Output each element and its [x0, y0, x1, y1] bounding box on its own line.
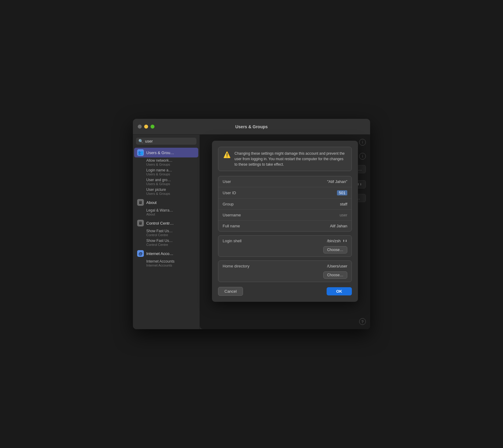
search-icon: 🔍	[138, 139, 143, 143]
about-icon: 🖥	[137, 199, 144, 206]
main-content: i i Add Account… Off ⬆⬇ Edit… ? ⚠️ Chang…	[200, 135, 370, 329]
minimize-button[interactable]	[144, 125, 148, 129]
window-title: Users & Groups	[235, 124, 268, 129]
sidebar-item-label-users: Users & Grou…	[146, 150, 174, 155]
sidebar-item-label-about: About	[146, 200, 157, 205]
sidebar-item-internet-accounts[interactable]: @ Internet Acco…	[134, 249, 198, 258]
home-dir-row: Home directory /Users/user	[223, 264, 347, 268]
window-body: 🔍 👥 Users & Grou… Allow network… Users &…	[133, 135, 370, 329]
shell-choose-row: Choose…	[223, 246, 347, 253]
field-value-group: staff	[340, 202, 347, 206]
modal-dialog: ⚠️ Changing these settings might damage …	[212, 141, 358, 302]
warning-icon: ⚠️	[223, 151, 231, 158]
login-shell-value: /bin/zsh	[327, 239, 341, 243]
sidebar-item-control-centre[interactable]: 🖥 Control Centr…	[134, 218, 198, 228]
search-bar[interactable]: 🔍	[136, 138, 196, 145]
login-shell-choose-button[interactable]: Choose…	[323, 246, 347, 253]
field-row-user: User "Alif Jahan"	[218, 176, 352, 187]
sidebar-subitem-allow-network[interactable]: Allow network… Users & Groups	[134, 157, 198, 167]
sidebar-section-control: 🖥 Control Centr… Show Fast Us… Control C…	[133, 218, 199, 247]
sidebar-subitem-user-picture[interactable]: User picture Users & Groups	[134, 187, 198, 196]
sidebar-subitem-login-name[interactable]: Login name a… Users & Groups	[134, 167, 198, 177]
modal-footer: Cancel OK	[218, 287, 352, 296]
sidebar: 🔍 👥 Users & Grou… Allow network… Users &…	[133, 135, 200, 329]
cancel-button[interactable]: Cancel	[218, 287, 243, 296]
warning-text: Changing these settings might damage thi…	[234, 151, 347, 167]
home-dir-choose-button[interactable]: Choose…	[323, 271, 347, 279]
field-row-group: Group staff	[218, 199, 352, 210]
sidebar-item-label-internet: Internet Acco…	[146, 251, 173, 256]
field-value-user-id[interactable]: 501	[337, 190, 347, 195]
search-input[interactable]	[145, 139, 194, 143]
field-row-username: Username user	[218, 210, 352, 221]
field-group-login-shell: Login shell /bin/zsh ⬆⬇ Choose…	[218, 235, 352, 257]
home-choose-row: Choose…	[223, 271, 347, 279]
sidebar-subitem-legal[interactable]: Legal & Warra… About	[134, 207, 198, 217]
field-group-main: User "Alif Jahan" User ID 501 Group staf…	[218, 176, 352, 232]
internet-accounts-icon: @	[137, 250, 144, 257]
traffic-lights	[138, 125, 154, 129]
field-label-group: Group	[223, 202, 340, 206]
sidebar-item-users-groups[interactable]: 👥 Users & Grou…	[134, 148, 198, 157]
field-value-username: user	[340, 213, 347, 217]
field-row-user-id: User ID 501	[218, 187, 352, 199]
close-button[interactable]	[138, 125, 142, 129]
field-label-home-dir: Home directory	[223, 264, 327, 268]
field-row-full-name: Full name Alif Jahan	[218, 221, 352, 231]
sidebar-subitem-show-fast-2[interactable]: Show Fast Us… Control Centre	[134, 238, 198, 247]
field-value-full-name: Alif Jahan	[330, 224, 347, 228]
sidebar-item-about[interactable]: 🖥 About	[134, 198, 198, 207]
login-shell-arrow-icon: ⬆⬇	[342, 239, 347, 243]
field-value-user: "Alif Jahan"	[327, 179, 347, 184]
sidebar-subitem-internet-accounts[interactable]: Internet Accounts Internet Accounts	[134, 258, 198, 268]
titlebar: Users & Groups	[133, 119, 370, 135]
field-label-user: User	[223, 179, 327, 184]
field-label-full-name: Full name	[223, 224, 330, 228]
maximize-button[interactable]	[151, 125, 154, 129]
sidebar-section-internet: @ Internet Acco… Internet Accounts Inter…	[133, 249, 199, 268]
field-label-user-id: User ID	[223, 191, 337, 195]
modal-overlay: ⚠️ Changing these settings might damage …	[200, 135, 370, 329]
login-shell-select[interactable]: /bin/zsh ⬆⬇	[327, 239, 347, 243]
sidebar-item-label-control: Control Centr…	[146, 221, 174, 226]
field-group-home-dir: Home directory /Users/user Choose…	[218, 260, 352, 282]
ok-button[interactable]: OK	[327, 287, 352, 295]
control-centre-icon: 🖥	[137, 220, 144, 226]
sidebar-subitem-show-fast-1[interactable]: Show Fast Us… Control Centre	[134, 228, 198, 238]
warning-banner: ⚠️ Changing these settings might damage …	[218, 147, 352, 171]
field-label-username: Username	[223, 213, 340, 217]
sidebar-subitem-user-group[interactable]: User and gro… Users & Groups	[134, 177, 198, 187]
shell-row-label: Login shell /bin/zsh ⬆⬇	[223, 239, 347, 243]
field-label-login-shell: Login shell	[223, 239, 327, 243]
sidebar-section-about: 🖥 About Legal & Warra… About	[133, 198, 199, 217]
users-groups-icon: 👥	[137, 149, 144, 156]
field-value-home-dir: /Users/user	[327, 264, 347, 268]
sidebar-section-users: 👥 Users & Grou… Allow network… Users & G…	[133, 148, 199, 196]
main-window: Users & Groups 🔍 👥 Users & Grou… Allow n…	[133, 119, 370, 329]
